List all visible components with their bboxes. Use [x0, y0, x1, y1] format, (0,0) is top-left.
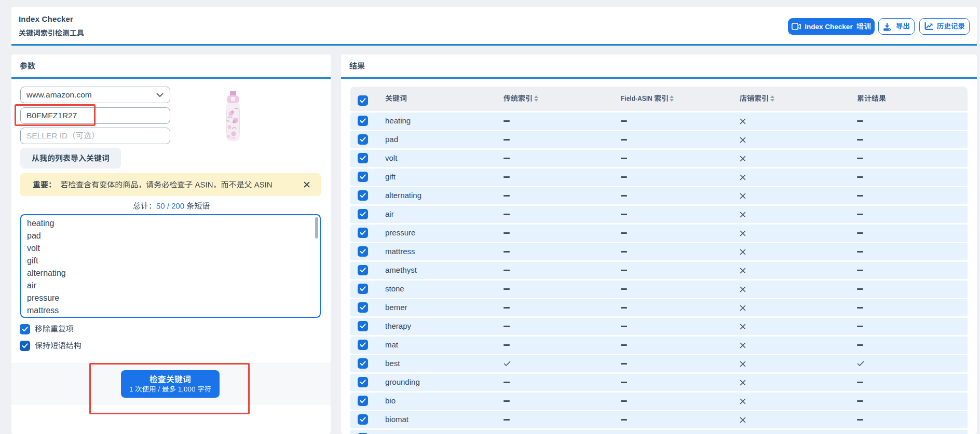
svg-text:elkay: elkay	[231, 137, 235, 139]
